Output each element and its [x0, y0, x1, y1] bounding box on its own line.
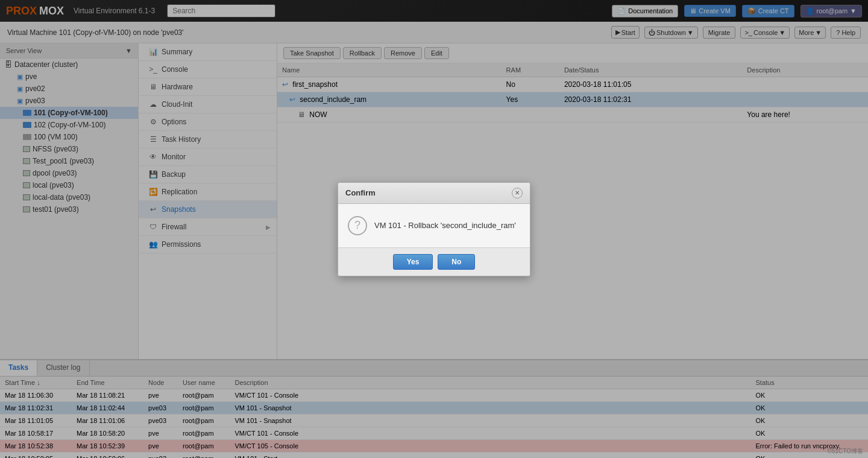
- modal-message: VM 101 - Rollback 'second_include_ram': [374, 221, 516, 230]
- confirm-yes-button[interactable]: Yes: [393, 254, 433, 270]
- modal-header: Confirm ✕: [338, 183, 530, 204]
- confirm-no-button[interactable]: No: [438, 254, 475, 270]
- modal-title: Confirm: [345, 188, 376, 197]
- modal-overlay: Confirm ✕ ? VM 101 - Rollback 'second_in…: [0, 0, 868, 458]
- modal-close-button[interactable]: ✕: [512, 188, 523, 199]
- question-icon: ?: [348, 216, 367, 235]
- modal-body: ? VM 101 - Rollback 'second_include_ram': [338, 204, 530, 247]
- modal-footer: Yes No: [338, 247, 530, 276]
- confirm-modal: Confirm ✕ ? VM 101 - Rollback 'second_in…: [338, 182, 530, 276]
